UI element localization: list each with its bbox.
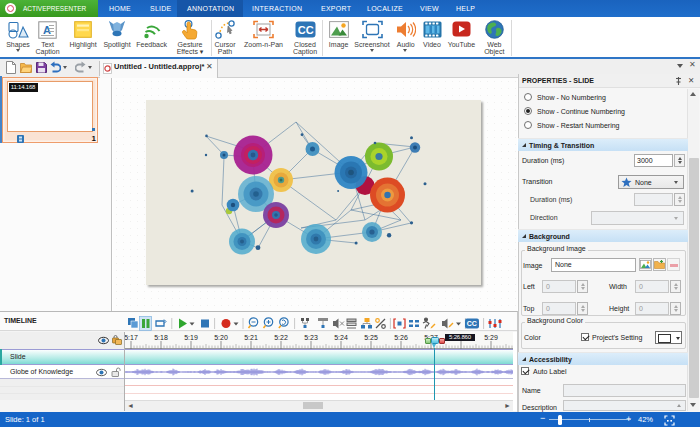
svg-text:5:29: 5:29 — [484, 334, 498, 341]
svg-text:5:26: 5:26 — [394, 334, 408, 341]
svg-text:5:25: 5:25 — [364, 334, 378, 341]
svg-text:5:19: 5:19 — [184, 334, 198, 341]
svg-text:5:22: 5:22 — [274, 334, 288, 341]
svg-text:CC: CC — [298, 24, 314, 36]
svg-text:5:23: 5:23 — [304, 334, 318, 341]
svg-text:5:21: 5:21 — [244, 334, 258, 341]
svg-text:5:24: 5:24 — [334, 334, 348, 341]
svg-text:5:20: 5:20 — [214, 334, 228, 341]
svg-text:5:18: 5:18 — [154, 334, 168, 341]
svg-text:5:17: 5:17 — [125, 334, 138, 341]
svg-text:CC: CC — [467, 320, 477, 327]
